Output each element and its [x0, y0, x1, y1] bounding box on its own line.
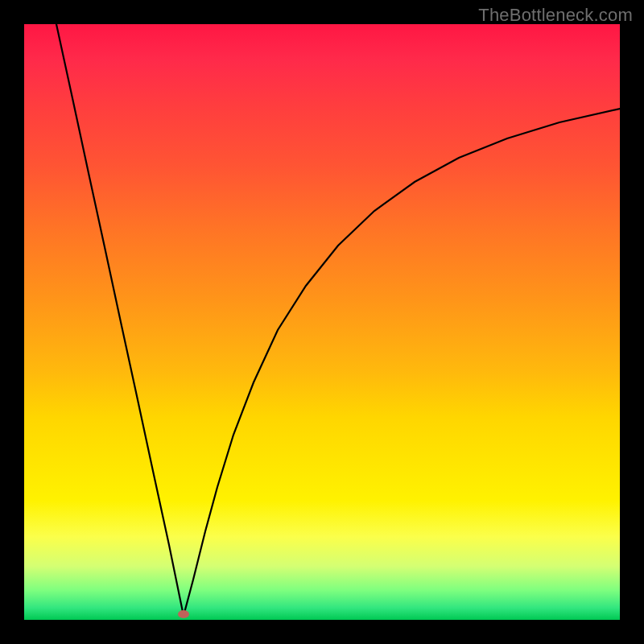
watermark-text: TheBottleneck.com — [478, 5, 633, 26]
chart-frame: TheBottleneck.com — [0, 0, 644, 644]
plot-gradient-background — [24, 24, 620, 620]
